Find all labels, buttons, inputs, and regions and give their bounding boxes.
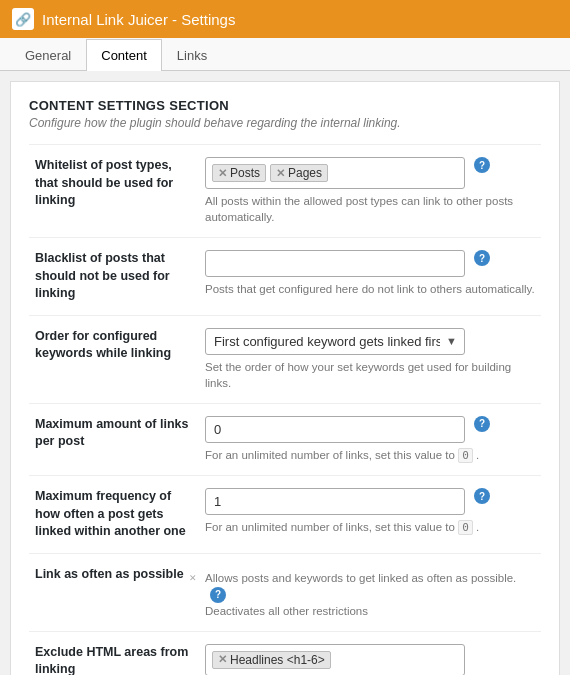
max-links-hint: For an unlimited number of links, set th… (205, 447, 535, 463)
exclude-row: Exclude HTML areas from linking ✕ Headli… (29, 631, 541, 675)
max-freq-hint: For an unlimited number of links, set th… (205, 519, 535, 535)
exclude-tag-headlines: ✕ Headlines <h1-6> (212, 651, 331, 669)
link-often-help-icon[interactable]: ? (210, 587, 226, 603)
link-often-label: Link as often as possible (35, 567, 184, 581)
toggle-knob (183, 568, 203, 588)
link-often-row: Link as often as possible Allows posts a… (29, 553, 541, 631)
max-freq-label: Maximum frequency of how often a post ge… (35, 489, 186, 538)
whitelist-field: ✕ Posts ✕ Pages ? All posts within the a… (199, 145, 541, 238)
remove-headlines-tag[interactable]: ✕ (218, 653, 227, 666)
max-links-row: Maximum amount of links per post ? For a… (29, 403, 541, 475)
section-desc: Configure how the plugin should behave r… (29, 116, 541, 130)
blacklist-field: ? Posts that get configured here do not … (199, 238, 541, 316)
order-select[interactable]: First configured keyword gets linked fir… (205, 328, 465, 355)
max-freq-help-icon[interactable]: ? (474, 488, 490, 504)
tab-bar: General Content Links (0, 38, 570, 71)
blacklist-help-icon[interactable]: ? (474, 250, 490, 266)
whitelist-tag-input[interactable]: ✕ Posts ✕ Pages (205, 157, 465, 189)
exclude-label: Exclude HTML areas from linking (35, 645, 188, 675)
section-title: CONTENT SETTINGS SECTION (29, 98, 541, 113)
whitelist-tag-pages: ✕ Pages (270, 164, 328, 182)
blacklist-input[interactable] (205, 250, 465, 277)
app-icon: 🔗 (12, 8, 34, 30)
link-often-hint1: Allows posts and keywords to get linked … (205, 570, 535, 619)
link-often-field: Allows posts and keywords to get linked … (199, 553, 541, 631)
whitelist-hint: All posts within the allowed post types … (205, 193, 535, 225)
max-links-label: Maximum amount of links per post (35, 417, 189, 449)
max-links-input[interactable] (205, 416, 465, 443)
max-freq-field: ? For an unlimited number of links, set … (199, 476, 541, 554)
order-label: Order for configured keywords while link… (35, 329, 171, 361)
tab-links[interactable]: Links (162, 39, 222, 71)
order-row: Order for configured keywords while link… (29, 315, 541, 403)
order-select-wrap: First configured keyword gets linked fir… (205, 328, 465, 355)
whitelist-help-icon[interactable]: ? (474, 157, 490, 173)
blacklist-label: Blacklist of posts that should not be us… (35, 251, 170, 300)
remove-posts-tag[interactable]: ✕ (218, 167, 227, 180)
blacklist-hint: Posts that get configured here do not li… (205, 281, 535, 297)
exclude-field: ✕ Headlines <h1-6> Content within the HT… (199, 631, 541, 675)
app-header: 🔗 Internal Link Juicer - Settings (0, 0, 570, 38)
blacklist-row: Blacklist of posts that should not be us… (29, 238, 541, 316)
whitelist-label: Whitelist of post types, that should be … (35, 158, 173, 207)
settings-table: Whitelist of post types, that should be … (29, 144, 541, 675)
exclude-tag-input[interactable]: ✕ Headlines <h1-6> (205, 644, 465, 675)
remove-pages-tag[interactable]: ✕ (276, 167, 285, 180)
order-hint: Set the order of how your set keywords g… (205, 359, 535, 391)
order-field: First configured keyword gets linked fir… (199, 315, 541, 403)
whitelist-row: Whitelist of post types, that should be … (29, 145, 541, 238)
app-title: Internal Link Juicer - Settings (42, 11, 235, 28)
max-freq-row: Maximum frequency of how often a post ge… (29, 476, 541, 554)
whitelist-tag-posts: ✕ Posts (212, 164, 266, 182)
max-links-help-icon[interactable]: ? (474, 416, 490, 432)
main-content: CONTENT SETTINGS SECTION Configure how t… (10, 81, 560, 675)
tab-content[interactable]: Content (86, 39, 162, 71)
max-links-field: ? For an unlimited number of links, set … (199, 403, 541, 475)
tab-general[interactable]: General (10, 39, 86, 71)
max-freq-input[interactable] (205, 488, 465, 515)
